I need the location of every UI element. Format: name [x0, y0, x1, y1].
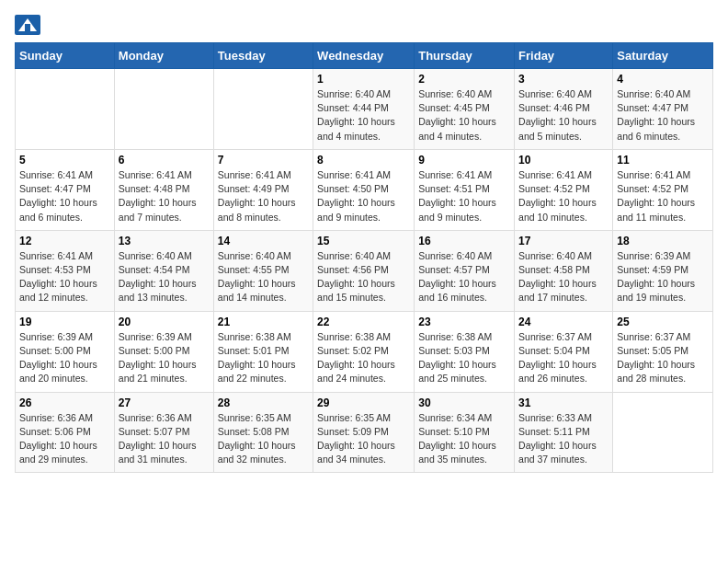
calendar-cell: 8Sunrise: 6:41 AM Sunset: 4:50 PM Daylig… [313, 149, 415, 230]
calendar-table: SundayMondayTuesdayWednesdayThursdayFrid… [15, 42, 713, 473]
day-info: Sunrise: 6:35 AM Sunset: 5:09 PM Dayligh… [317, 411, 410, 467]
calendar-cell: 1Sunrise: 6:40 AM Sunset: 4:44 PM Daylig… [313, 69, 415, 150]
calendar-cell: 19Sunrise: 6:39 AM Sunset: 5:00 PM Dayli… [16, 311, 115, 392]
calendar-cell: 22Sunrise: 6:38 AM Sunset: 5:02 PM Dayli… [313, 311, 415, 392]
calendar-cell: 18Sunrise: 6:39 AM Sunset: 4:59 PM Dayli… [613, 230, 713, 311]
calendar-cell [114, 69, 213, 150]
day-number: 26 [19, 396, 110, 409]
logo [15, 15, 44, 35]
calendar-cell: 9Sunrise: 6:41 AM Sunset: 4:51 PM Daylig… [415, 149, 515, 230]
day-number: 17 [518, 235, 609, 247]
calendar-cell: 2Sunrise: 6:40 AM Sunset: 4:45 PM Daylig… [415, 69, 515, 150]
day-number: 5 [19, 154, 110, 167]
day-info: Sunrise: 6:41 AM Sunset: 4:47 PM Dayligh… [19, 168, 110, 224]
day-info: Sunrise: 6:41 AM Sunset: 4:50 PM Dayligh… [317, 168, 410, 224]
day-number: 25 [617, 316, 709, 328]
calendar-cell: 21Sunrise: 6:38 AM Sunset: 5:01 PM Dayli… [213, 311, 313, 392]
day-number: 12 [19, 235, 110, 247]
calendar-cell: 23Sunrise: 6:38 AM Sunset: 5:03 PM Dayli… [415, 311, 515, 392]
calendar-cell [613, 392, 713, 473]
day-info: Sunrise: 6:40 AM Sunset: 4:57 PM Dayligh… [418, 249, 510, 305]
day-number: 6 [119, 154, 210, 167]
day-info: Sunrise: 6:41 AM Sunset: 4:52 PM Dayligh… [617, 168, 709, 224]
day-info: Sunrise: 6:41 AM Sunset: 4:49 PM Dayligh… [218, 168, 309, 224]
day-number: 28 [218, 396, 309, 409]
day-number: 31 [518, 396, 609, 409]
calendar-cell: 27Sunrise: 6:36 AM Sunset: 5:07 PM Dayli… [114, 392, 213, 473]
day-number: 18 [617, 235, 709, 247]
day-info: Sunrise: 6:40 AM Sunset: 4:44 PM Dayligh… [317, 87, 410, 144]
day-number: 27 [119, 396, 210, 409]
weekday-header: Monday [114, 43, 213, 69]
day-info: Sunrise: 6:40 AM Sunset: 4:54 PM Dayligh… [119, 249, 210, 305]
calendar-cell: 29Sunrise: 6:35 AM Sunset: 5:09 PM Dayli… [313, 392, 415, 473]
calendar-cell: 25Sunrise: 6:37 AM Sunset: 5:05 PM Dayli… [613, 311, 713, 392]
day-info: Sunrise: 6:39 AM Sunset: 4:59 PM Dayligh… [617, 249, 709, 305]
day-info: Sunrise: 6:41 AM Sunset: 4:51 PM Dayligh… [418, 168, 510, 224]
day-info: Sunrise: 6:37 AM Sunset: 5:05 PM Dayligh… [617, 330, 709, 386]
day-number: 7 [218, 154, 309, 167]
day-number: 4 [617, 73, 709, 86]
day-number: 13 [119, 235, 210, 247]
day-info: Sunrise: 6:38 AM Sunset: 5:01 PM Dayligh… [218, 330, 309, 386]
svg-rect-2 [25, 24, 30, 31]
day-number: 9 [418, 154, 510, 167]
calendar-cell: 6Sunrise: 6:41 AM Sunset: 4:48 PM Daylig… [114, 149, 213, 230]
day-info: Sunrise: 6:40 AM Sunset: 4:45 PM Dayligh… [418, 87, 510, 144]
page-header [15, 15, 713, 35]
logo-icon [15, 15, 40, 35]
calendar-cell: 15Sunrise: 6:40 AM Sunset: 4:56 PM Dayli… [313, 230, 415, 311]
day-number: 14 [218, 235, 309, 247]
day-number: 10 [518, 154, 609, 167]
calendar-cell: 5Sunrise: 6:41 AM Sunset: 4:47 PM Daylig… [16, 149, 115, 230]
calendar-cell: 7Sunrise: 6:41 AM Sunset: 4:49 PM Daylig… [213, 149, 313, 230]
header-row: SundayMondayTuesdayWednesdayThursdayFrid… [16, 43, 713, 69]
calendar-cell: 3Sunrise: 6:40 AM Sunset: 4:46 PM Daylig… [515, 69, 613, 150]
day-info: Sunrise: 6:41 AM Sunset: 4:53 PM Dayligh… [19, 249, 110, 305]
day-info: Sunrise: 6:38 AM Sunset: 5:02 PM Dayligh… [317, 330, 410, 386]
day-info: Sunrise: 6:40 AM Sunset: 4:46 PM Dayligh… [518, 87, 609, 144]
day-number: 19 [19, 316, 110, 328]
day-info: Sunrise: 6:40 AM Sunset: 4:56 PM Dayligh… [317, 249, 410, 305]
day-number: 20 [119, 316, 210, 328]
calendar-cell: 10Sunrise: 6:41 AM Sunset: 4:52 PM Dayli… [515, 149, 613, 230]
day-number: 30 [418, 396, 510, 409]
day-number: 29 [317, 396, 410, 409]
day-info: Sunrise: 6:39 AM Sunset: 5:00 PM Dayligh… [19, 330, 110, 386]
calendar-header: SundayMondayTuesdayWednesdayThursdayFrid… [16, 43, 713, 69]
calendar-cell: 14Sunrise: 6:40 AM Sunset: 4:55 PM Dayli… [213, 230, 313, 311]
day-info: Sunrise: 6:36 AM Sunset: 5:07 PM Dayligh… [119, 411, 210, 467]
calendar-cell: 11Sunrise: 6:41 AM Sunset: 4:52 PM Dayli… [613, 149, 713, 230]
day-number: 22 [317, 316, 410, 328]
calendar-cell: 20Sunrise: 6:39 AM Sunset: 5:00 PM Dayli… [114, 311, 213, 392]
calendar-week-row: 5Sunrise: 6:41 AM Sunset: 4:47 PM Daylig… [16, 149, 713, 230]
day-number: 21 [218, 316, 309, 328]
day-info: Sunrise: 6:38 AM Sunset: 5:03 PM Dayligh… [418, 330, 510, 386]
day-number: 11 [617, 154, 709, 167]
calendar-cell: 12Sunrise: 6:41 AM Sunset: 4:53 PM Dayli… [16, 230, 115, 311]
day-number: 3 [518, 73, 609, 86]
day-number: 8 [317, 154, 410, 167]
day-info: Sunrise: 6:37 AM Sunset: 5:04 PM Dayligh… [518, 330, 609, 386]
day-number: 1 [317, 73, 410, 86]
day-info: Sunrise: 6:40 AM Sunset: 4:58 PM Dayligh… [518, 249, 609, 305]
day-info: Sunrise: 6:41 AM Sunset: 4:52 PM Dayligh… [518, 168, 609, 224]
calendar-cell [16, 69, 115, 150]
calendar-cell: 26Sunrise: 6:36 AM Sunset: 5:06 PM Dayli… [16, 392, 115, 473]
weekday-header: Tuesday [213, 43, 313, 69]
day-info: Sunrise: 6:35 AM Sunset: 5:08 PM Dayligh… [218, 411, 309, 467]
calendar-cell: 13Sunrise: 6:40 AM Sunset: 4:54 PM Dayli… [114, 230, 213, 311]
calendar-cell: 16Sunrise: 6:40 AM Sunset: 4:57 PM Dayli… [415, 230, 515, 311]
day-number: 23 [418, 316, 510, 328]
calendar-week-row: 1Sunrise: 6:40 AM Sunset: 4:44 PM Daylig… [16, 69, 713, 150]
day-info: Sunrise: 6:40 AM Sunset: 4:47 PM Dayligh… [617, 87, 709, 144]
day-info: Sunrise: 6:39 AM Sunset: 5:00 PM Dayligh… [119, 330, 210, 386]
day-number: 16 [418, 235, 510, 247]
day-info: Sunrise: 6:36 AM Sunset: 5:06 PM Dayligh… [19, 411, 110, 467]
calendar-body: 1Sunrise: 6:40 AM Sunset: 4:44 PM Daylig… [16, 69, 713, 473]
day-info: Sunrise: 6:34 AM Sunset: 5:10 PM Dayligh… [418, 411, 510, 467]
weekday-header: Saturday [613, 43, 713, 69]
calendar-cell [213, 69, 313, 150]
calendar-cell: 30Sunrise: 6:34 AM Sunset: 5:10 PM Dayli… [415, 392, 515, 473]
weekday-header: Friday [515, 43, 613, 69]
